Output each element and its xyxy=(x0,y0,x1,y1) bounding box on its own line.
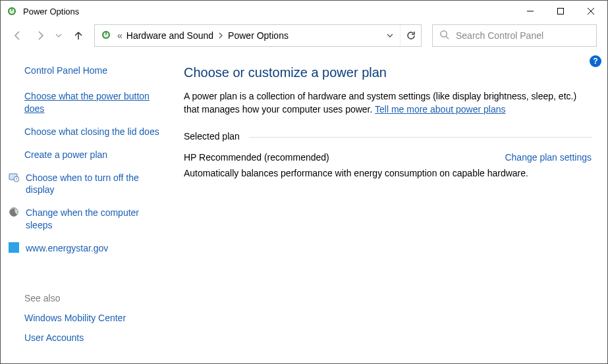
plan-row: HP Recommended (recommended) Change plan… xyxy=(184,152,592,163)
sidebar-link-power-button[interactable]: Choose what the power button does xyxy=(24,90,164,115)
breadcrumb-item-hardware[interactable]: Hardware and Sound xyxy=(125,28,215,43)
sidebar-link-label: Choose what the power button does xyxy=(24,90,164,115)
section-label-text: Selected plan xyxy=(184,131,240,142)
svg-line-11 xyxy=(446,36,449,39)
svg-rect-4 xyxy=(558,9,564,14)
control-panel-home-link[interactable]: Control Panel Home xyxy=(24,65,164,76)
refresh-button[interactable] xyxy=(400,25,421,46)
sidebar: Control Panel Home Choose what the power… xyxy=(1,49,172,363)
see-also-user-accounts[interactable]: User Accounts xyxy=(24,332,164,343)
sidebar-link-label: Choose when to turn off the display xyxy=(26,172,164,197)
window-controls xyxy=(515,1,606,22)
power-options-app-icon xyxy=(6,5,18,17)
chevron-right-icon xyxy=(217,30,224,41)
address-bar[interactable]: « Hardware and Sound Power Options xyxy=(94,24,422,47)
search-box[interactable] xyxy=(432,24,597,47)
minimize-button[interactable] xyxy=(515,1,545,22)
back-button[interactable] xyxy=(9,26,27,45)
address-bar-dropdown[interactable] xyxy=(380,25,400,46)
sidebar-link-lid[interactable]: Choose what closing the lid does xyxy=(24,126,164,138)
change-plan-settings-link[interactable]: Change plan settings xyxy=(505,152,592,163)
see-also-heading: See also xyxy=(24,293,164,303)
content-area: Control Panel Home Choose what the power… xyxy=(1,49,607,363)
sidebar-link-sleep[interactable]: Change when the computer sleeps xyxy=(24,207,164,232)
maximize-button[interactable] xyxy=(545,1,576,22)
breadcrumb-item-power[interactable]: Power Options xyxy=(227,28,290,43)
tell-me-more-link[interactable]: Tell me more about power plans xyxy=(375,104,505,115)
svg-rect-9 xyxy=(105,31,107,34)
breadcrumb-prefix: « xyxy=(117,30,123,41)
plan-name: HP Recommended (recommended) xyxy=(184,152,329,163)
search-input[interactable] xyxy=(456,30,590,41)
sidebar-link-energystar[interactable]: www.energystar.gov xyxy=(24,242,164,256)
titlebar: Power Options xyxy=(1,1,607,22)
plan-description: Automatically balances performance with … xyxy=(184,168,592,178)
sidebar-link-create-plan[interactable]: Create a power plan xyxy=(24,149,164,161)
sidebar-link-label: Change when the computer sleeps xyxy=(26,207,164,232)
nav-row: « Hardware and Sound Power Options xyxy=(1,22,607,49)
address-bar-icon xyxy=(95,29,117,43)
see-also-mobility[interactable]: Windows Mobility Center xyxy=(24,313,164,323)
window-title: Power Options xyxy=(23,7,79,16)
moon-icon xyxy=(9,207,20,221)
energystar-icon xyxy=(9,242,20,256)
sidebar-link-display-off[interactable]: Choose when to turn off the display xyxy=(24,172,164,197)
selected-plan-section: Selected plan xyxy=(184,131,592,142)
display-timer-icon xyxy=(9,172,20,186)
search-icon xyxy=(439,30,449,41)
up-button[interactable] xyxy=(69,26,88,45)
close-button[interactable] xyxy=(576,1,606,22)
forward-button[interactable] xyxy=(31,26,49,45)
divider xyxy=(249,137,592,138)
main-panel: Choose or customize a power plan A power… xyxy=(172,49,607,363)
recent-dropdown-button[interactable] xyxy=(53,26,64,45)
svg-point-10 xyxy=(441,31,447,37)
breadcrumb: « Hardware and Sound Power Options xyxy=(117,28,380,43)
page-description: A power plan is a collection of hardware… xyxy=(184,90,592,117)
svg-rect-2 xyxy=(11,8,13,11)
page-heading: Choose or customize a power plan xyxy=(184,65,592,80)
sidebar-link-label: Create a power plan xyxy=(24,149,107,161)
sidebar-link-label: www.energystar.gov xyxy=(26,242,108,255)
sidebar-link-label: Choose what closing the lid does xyxy=(24,126,159,138)
